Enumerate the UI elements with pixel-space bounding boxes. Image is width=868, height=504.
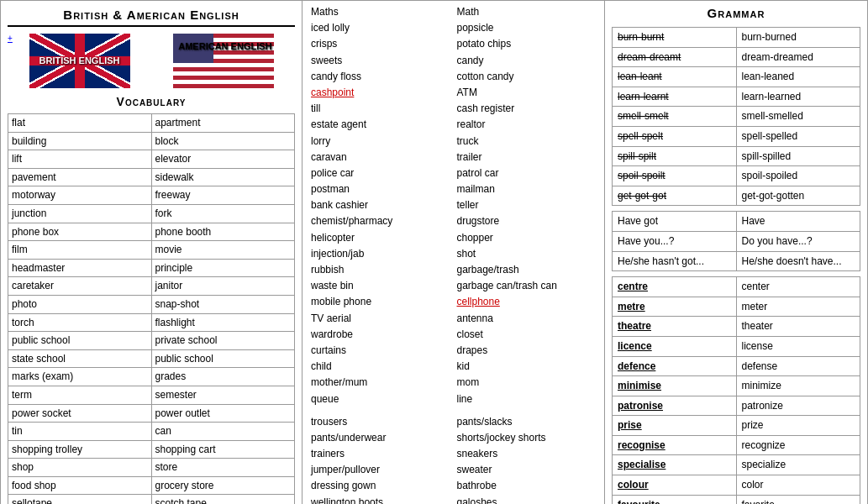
mid-brit-word: injection/jab	[311, 246, 450, 262]
irr-brit-word: lean-leant	[618, 71, 662, 82]
spelling-amer-cell: specialize	[736, 455, 860, 475]
irr-brit-cell: lean-leant	[613, 67, 737, 87]
irr-brit-word: get-got-got	[618, 190, 666, 202]
mid-brit-word: candy floss	[311, 69, 450, 85]
mid-brit-word: jumper/pullover	[311, 462, 450, 478]
irr-brit-word: smell-smelt	[618, 110, 669, 122]
american-col: Mathpopsiclepotato chipscandycotton cand…	[454, 4, 600, 504]
mid-brit-word	[311, 407, 450, 414]
british-label: BRITISH ENGLISH	[39, 55, 120, 66]
spelling-brit-word: prise	[618, 419, 642, 431]
vocab-amer-cell: snap-shot	[151, 295, 295, 313]
vocab-amer-cell: shopping cart	[151, 440, 295, 459]
irr-brit-word: burn-burnt	[618, 31, 664, 43]
spelling-amer-cell: prize	[736, 416, 860, 436]
british-col: Mathsiced lollycrispssweetscandy flossca…	[308, 4, 454, 504]
mid-brit-word: helicopter	[311, 230, 450, 246]
mid-amer-word: mailman	[457, 181, 597, 197]
vocab-brit-cell: pavement	[8, 168, 152, 186]
mid-amer-word: cotton candy	[457, 69, 597, 85]
spelling-brit-word: minimise	[618, 380, 661, 391]
irr-brit-word: spill-spilt	[618, 150, 656, 162]
plus-icon[interactable]: +	[8, 34, 13, 43]
vocab-amer-cell: principle	[151, 259, 295, 277]
spelling-amer-cell: color	[736, 475, 860, 496]
mid-amer-word: antenna	[457, 311, 597, 327]
vocab-brit-cell: sellotape	[8, 495, 152, 504]
have-amer-cell: Have	[736, 212, 860, 232]
vocab-brit-cell: power socket	[8, 404, 152, 423]
spelling-amer-cell: patronize	[736, 396, 860, 416]
spelling-brit-cell: prise	[613, 416, 737, 436]
spelling-brit-cell: defence	[613, 356, 737, 376]
irr-brit-word: learn-learnt	[618, 91, 669, 102]
vocab-brit-cell: phone box	[8, 223, 152, 241]
spelling-brit-cell: recognise	[613, 435, 737, 455]
vocab-amer-cell: block	[151, 132, 295, 150]
spelling-brit-word: recognise	[618, 439, 665, 451]
irr-brit-cell: spoil-spoilt	[613, 166, 737, 186]
vocab-table: flatapartmentbuildingblockliftelevatorpa…	[8, 113, 295, 504]
mid-amer-word: closet	[457, 327, 597, 343]
flags-row: + BRITISH ENGLISH AMERICAN ENGLISH	[8, 34, 295, 88]
vocab-amer-cell: grocery store	[151, 476, 295, 495]
vocab-brit-cell: torch	[8, 313, 152, 332]
vocab-title: Vocabulary	[8, 95, 295, 108]
irr-amer-cell: spell-spelled	[736, 126, 860, 146]
irr-amer-cell: smell-smelled	[736, 107, 860, 127]
mid-amer-word: patrol car	[457, 165, 597, 181]
irr-brit-cell: smell-smelt	[613, 107, 737, 127]
spelling-brit-word: metre	[618, 301, 645, 312]
mid-amer-word: garbage can/trash can	[457, 278, 597, 294]
vocab-amer-cell: apartment	[151, 114, 295, 133]
uk-flag-box: BRITISH ENGLISH	[29, 34, 130, 88]
vocab-amer-cell: power outlet	[151, 404, 295, 423]
mid-brit-word: sweets	[311, 53, 450, 69]
mid-amer-word: chopper	[457, 230, 597, 246]
irr-amer-cell: spill-spilled	[736, 146, 860, 166]
vocab-brit-cell: headmaster	[8, 259, 152, 277]
mid-amer-word: popsicle	[457, 20, 597, 36]
mid-amer-word: bathrobe	[457, 478, 597, 494]
spelling-amer-cell: defense	[736, 356, 860, 376]
vocab-brit-cell: flat	[8, 114, 152, 133]
mid-brit-word: waste bin	[311, 278, 450, 294]
vocab-brit-cell: photo	[8, 295, 152, 313]
mid-amer-word: shorts/jockey shorts	[457, 430, 597, 446]
spelling-amer-cell: minimize	[736, 376, 860, 396]
mid-amer-word: sneakers	[457, 446, 597, 462]
irr-brit-word: dream-dreamt	[618, 51, 681, 63]
mid-brit-word: trainers	[311, 446, 450, 462]
mid-amer-word: drugstore	[457, 213, 597, 229]
vocab-brit-cell: caretaker	[8, 277, 152, 296]
spelling-brit-word: licence	[618, 340, 652, 352]
irr-brit-cell: spill-spilt	[613, 146, 737, 166]
spelling-brit-word: patronise	[618, 400, 663, 412]
mid-amer-word: kid	[457, 359, 597, 375]
irr-amer-cell: learn-learned	[736, 87, 860, 107]
vocab-amer-cell: fork	[151, 204, 295, 223]
mid-brit-word: wellington boots	[311, 495, 450, 504]
left-section: British & American English + BRITISH ENG…	[0, 0, 302, 504]
vocab-amer-cell: janitor	[151, 277, 295, 296]
vocab-brit-cell: public school	[8, 332, 152, 350]
mid-brit-word: bank cashier	[311, 197, 450, 213]
vocab-brit-cell: junction	[8, 204, 152, 223]
grammar-title: Grammar	[612, 6, 860, 20]
vocab-brit-cell: building	[8, 132, 152, 150]
vocab-amer-cell: semester	[151, 386, 295, 404]
vocab-brit-cell: tin	[8, 423, 152, 441]
irr-brit-cell: spell-spelt	[613, 126, 737, 146]
vocab-amer-cell: grades	[151, 368, 295, 386]
page-title: British & American English	[8, 8, 295, 27]
right-section: Grammar burn-burntburn-burneddream-dream…	[605, 0, 868, 504]
vocab-amer-cell: public school	[151, 349, 295, 368]
vocab-brit-cell: term	[8, 386, 152, 404]
mid-amer-word: cellphone	[457, 294, 597, 310]
spelling-brit-cell: metre	[613, 297, 737, 317]
mid-amer-word	[457, 407, 597, 414]
irr-brit-cell: burn-burnt	[613, 28, 737, 48]
vocab-brit-cell: lift	[8, 150, 152, 169]
mid-amer-word: realtor	[457, 117, 597, 133]
american-label: AMERICAN ENGLISH	[178, 40, 271, 52]
